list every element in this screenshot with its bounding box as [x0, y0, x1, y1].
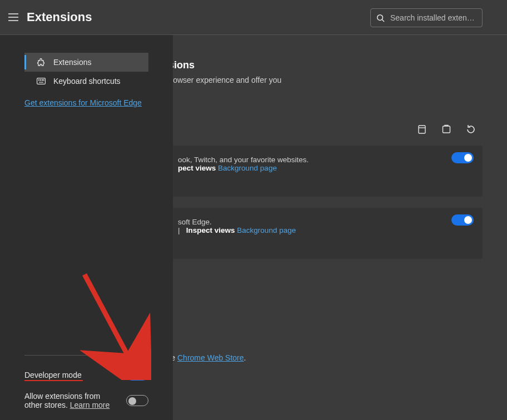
chrome-web-store-link[interactable]: Chrome Web Store — [177, 353, 244, 362]
sidebar-item-extensions[interactable]: Extensions — [24, 53, 148, 72]
hamburger-menu-button[interactable] — [0, 0, 27, 35]
extension-desc: ook, Twitch, and your favorite websites. — [178, 156, 309, 164]
inspect-label: pect views — [178, 164, 216, 172]
search-box[interactable] — [370, 8, 483, 27]
divider — [24, 355, 148, 356]
sidebar-item-label: Keyboard shortcuts — [53, 77, 121, 86]
extension-toggle[interactable] — [451, 214, 474, 226]
svg-point-10 — [40, 79, 41, 80]
developer-mode-row: Developer mode — [24, 362, 148, 388]
allow-line1: Allow extensions from — [24, 392, 100, 401]
learn-more-link[interactable]: Learn more — [70, 401, 110, 409]
developer-mode-label: Developer mode — [24, 371, 82, 379]
sidebar-item-label: Extensions — [53, 58, 91, 67]
page-title: Extensions — [27, 10, 92, 24]
svg-point-11 — [42, 79, 42, 80]
svg-point-3 — [377, 14, 383, 20]
pack-icon[interactable] — [441, 124, 451, 134]
allow-line2: other stores. — [24, 401, 68, 409]
allow-other-stores-toggle[interactable] — [126, 395, 148, 406]
allow-other-stores-label: Allow extensions from other stores. Lear… — [24, 392, 110, 409]
developer-mode-toggle[interactable] — [126, 369, 148, 381]
search-icon — [376, 14, 385, 22]
search-input[interactable] — [390, 13, 476, 22]
svg-point-9 — [38, 79, 39, 80]
footer-period: . — [244, 353, 246, 362]
reload-icon[interactable] — [466, 124, 476, 134]
puzzle-icon — [37, 58, 46, 67]
background-page-link[interactable]: Background page — [218, 164, 277, 172]
inspect-label: Inspect views — [186, 226, 235, 234]
pipe: | — [178, 226, 180, 234]
extension-toggle[interactable] — [451, 152, 474, 163]
svg-point-12 — [43, 79, 44, 80]
hamburger-icon — [8, 13, 18, 21]
get-extensions-link[interactable]: Get extensions for Microsoft Edge — [24, 98, 148, 107]
sidebar-item-keyboard-shortcuts[interactable]: Keyboard shortcuts — [24, 72, 148, 91]
extension-desc: soft Edge. — [178, 218, 212, 226]
sidebar: Extensions Keyboard shortcuts Get extens… — [0, 35, 173, 420]
remove-icon[interactable] — [417, 124, 427, 134]
svg-rect-8 — [37, 78, 46, 84]
svg-rect-5 — [419, 126, 425, 133]
header: Extensions — [0, 0, 507, 35]
background-page-link[interactable]: Background page — [237, 226, 296, 234]
sidebar-bottom: Developer mode Allow extensions from oth… — [24, 355, 148, 413]
svg-rect-7 — [443, 126, 450, 133]
allow-other-stores-row: Allow extensions from other stores. Lear… — [24, 388, 148, 413]
keyboard-icon — [37, 77, 46, 86]
svg-line-4 — [382, 19, 384, 22]
